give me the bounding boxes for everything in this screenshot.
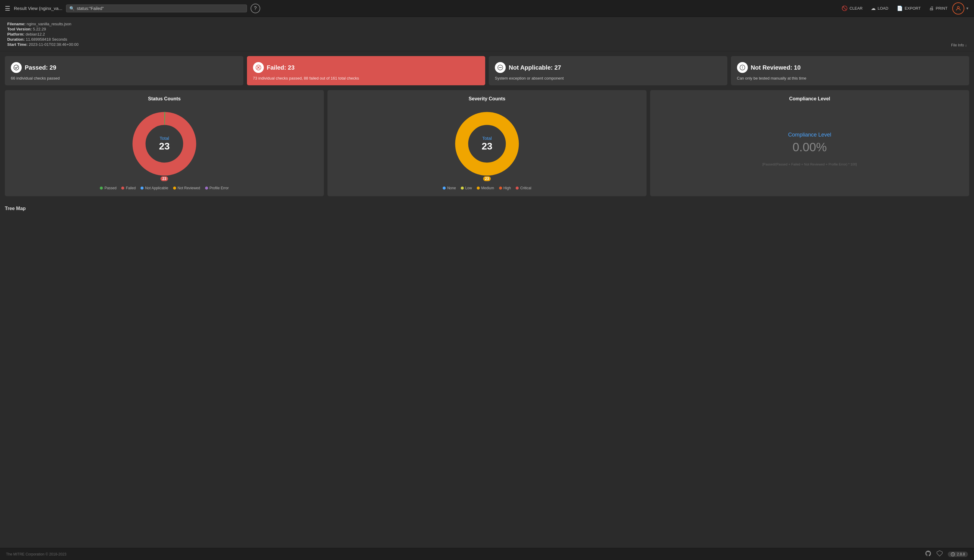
passed-title: Passed: 29 (25, 64, 57, 71)
tool-version-line: Tool Version: 5.22.29 (7, 27, 967, 31)
legend-high: High (499, 186, 511, 190)
failed-title: Failed: 23 (267, 64, 295, 71)
legend-passed-dot (100, 187, 103, 190)
export-button[interactable]: 📄 EXPORT (893, 3, 924, 13)
not-reviewed-icon: ! (737, 62, 748, 73)
footer: The MITRE Corporation © 2018-2023 2.8.8 (0, 548, 974, 560)
print-icon: 🖨 (929, 6, 934, 11)
passed-icon (11, 62, 22, 73)
clear-button[interactable]: 🚫 CLEAR (838, 3, 866, 13)
search-bar: 🔍 (66, 5, 247, 12)
status-donut-center-value: 23 (159, 141, 170, 152)
severity-counts-card: Severity Counts Total 23 23 None (327, 90, 647, 196)
shield-icon-button[interactable] (936, 550, 943, 558)
legend-failed: Failed (121, 186, 136, 190)
duration-line: Duration: 11.689958418 Seconds (7, 37, 967, 42)
legend-passed: Passed (100, 186, 117, 190)
severity-donut-center-value: 23 (482, 141, 492, 152)
legend-low: Low (461, 186, 472, 190)
footer-copyright: The MITRE Corporation © 2018-2023 (6, 552, 66, 557)
legend-not-reviewed: Not Reviewed (173, 186, 200, 190)
compliance-value: 0.00% (792, 140, 827, 154)
header: ☰ Result View (nginx_va... 🔍 ? 🚫 CLEAR ☁… (0, 0, 974, 17)
help-button[interactable]: ? (250, 3, 260, 13)
not-applicable-card: Not Applicable: 27 System exception or a… (489, 56, 727, 85)
legend-failed-dot (121, 187, 124, 190)
not-reviewed-desc: Can only be tested manually at this time (737, 76, 964, 80)
status-donut-center-label: Total (159, 136, 170, 141)
not-reviewed-card: ! Not Reviewed: 10 Can only be tested ma… (731, 56, 969, 85)
summary-cards: Passed: 29 66 individual checks passed F… (0, 51, 974, 90)
status-counts-card: Status Counts Total 23 23 (5, 90, 324, 196)
status-counts-title: Status Counts (148, 96, 181, 102)
treemap-section: Tree Map (0, 201, 974, 217)
load-button[interactable]: ☁ LOAD (867, 3, 892, 13)
not-applicable-desc: System exception or absent component (495, 76, 721, 80)
file-info-bar: Filename: nginx_vanilla_results.json Too… (0, 17, 974, 51)
svg-point-1 (14, 65, 19, 70)
footer-icons: 2.8.8 (925, 550, 968, 558)
severity-counts-legend: None Low Medium High (443, 186, 531, 190)
not-applicable-title: Not Applicable: 27 (509, 64, 561, 71)
severity-counts-title: Severity Counts (469, 96, 505, 102)
avatar-dropdown-icon[interactable]: ▼ (966, 6, 969, 10)
legend-not-reviewed-dot (173, 187, 176, 190)
svg-text:!: ! (742, 65, 743, 69)
treemap-title: Tree Map (5, 206, 969, 211)
svg-marker-9 (937, 551, 942, 556)
clear-icon: 🚫 (842, 5, 848, 11)
compliance-label: Compliance Level (788, 132, 831, 138)
start-time-line: Start Time: 2023-11-01T02:38:46+00:00 (7, 42, 967, 47)
compliance-level-card: Compliance Level Compliance Level 0.00% … (650, 90, 969, 196)
search-input[interactable] (77, 6, 244, 11)
legend-critical-dot (515, 187, 519, 190)
legend-none: None (443, 186, 456, 190)
legend-medium: Medium (477, 186, 494, 190)
not-reviewed-title: Not Reviewed: 10 (751, 64, 801, 71)
svg-point-0 (957, 6, 959, 8)
legend-medium-dot (477, 187, 480, 190)
legend-high-dot (499, 187, 502, 190)
compliance-level-title: Compliance Level (789, 96, 830, 102)
failed-card: Failed: 23 73 individual checks passed, … (247, 56, 485, 85)
status-counts-legend: Passed Failed Not Applicable Not Reviewe… (100, 186, 228, 190)
legend-profile-error-dot (205, 187, 208, 190)
search-icon: 🔍 (69, 6, 75, 11)
passed-desc: 66 individual checks passed (11, 76, 237, 80)
menu-icon[interactable]: ☰ (5, 5, 10, 12)
passed-card: Passed: 29 66 individual checks passed (5, 56, 244, 85)
footer-version: 2.8.8 (948, 552, 968, 557)
legend-not-applicable-dot (140, 187, 143, 190)
severity-donut-badge: 23 (483, 176, 490, 181)
filename-line: Filename: nginx_vanilla_results.json (7, 22, 967, 26)
platform-line: Platform: debian12.2 (7, 32, 967, 37)
load-icon: ☁ (871, 5, 876, 11)
github-icon-button[interactable] (925, 550, 931, 558)
print-button[interactable]: 🖨 PRINT (926, 4, 951, 13)
not-applicable-icon (495, 62, 506, 73)
compliance-formula: [Passed/(Passed + Failed + Not Reviewed … (762, 162, 857, 166)
failed-icon (253, 62, 264, 73)
status-donut-badge: 23 (160, 176, 168, 181)
failed-desc: 73 individual checks passed, 88 failed o… (253, 76, 479, 80)
compliance-content: Compliance Level 0.00% [Passed/(Passed +… (762, 108, 857, 190)
legend-low-dot (461, 187, 464, 190)
export-icon: 📄 (897, 5, 903, 11)
avatar-button[interactable] (952, 2, 964, 15)
legend-profile-error: Profile Error (205, 186, 229, 190)
legend-critical: Critical (515, 186, 531, 190)
charts-row: Status Counts Total 23 23 (0, 90, 974, 201)
status-counts-donut: Total 23 23 (128, 108, 200, 180)
header-actions: 🚫 CLEAR ☁ LOAD 📄 EXPORT 🖨 PRINT (838, 2, 969, 15)
legend-not-applicable: Not Applicable (140, 186, 168, 190)
file-info-link[interactable]: File Info ↓ (951, 43, 967, 47)
legend-none-dot (443, 187, 446, 190)
severity-donut-center-label: Total (482, 136, 492, 141)
app-title: Result View (nginx_va... (14, 6, 62, 11)
severity-counts-donut: Total 23 23 (451, 108, 523, 180)
